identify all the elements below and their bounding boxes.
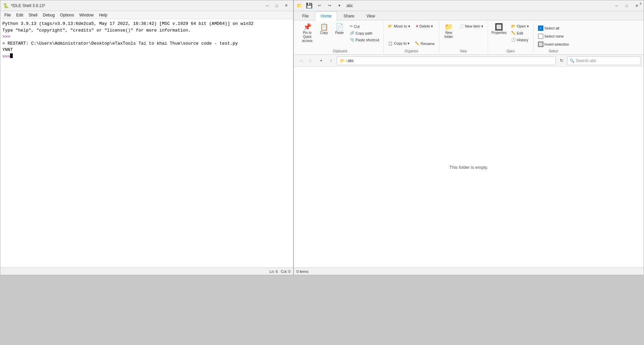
clipboard-group: 📌 Pin to Quickaccess 📋 Copy 📄 Paste [297, 22, 384, 53]
menu-shell[interactable]: Shell [26, 12, 40, 18]
open-button[interactable]: 📂 Open ▾ [509, 23, 531, 30]
menu-window[interactable]: Window [76, 12, 96, 18]
explorer-maximize-btn[interactable]: □ [622, 2, 631, 9]
open-icon: 📂 [511, 24, 516, 29]
quick-access-more-btn[interactable]: ▾ [335, 2, 344, 9]
delete-button[interactable]: ✕ Delete ▾ [413, 23, 436, 30]
tab-share[interactable]: Share [338, 11, 360, 20]
properties-icon: 🔲 [495, 23, 503, 30]
ribbon-tabs: File Home Share View ∧ [294, 11, 644, 20]
new-label: New [441, 49, 486, 53]
explorer-titlebar: 📁 💾 ↩ ↪ ▾ abc ─ □ ✕ [294, 0, 644, 11]
copy-path-button[interactable]: 🔗 Copy path [347, 30, 381, 36]
tab-file[interactable]: File [297, 11, 314, 20]
move-to-icon: 📂 [388, 24, 393, 29]
edit-button[interactable]: ✏️ Edit [509, 30, 531, 36]
move-to-button[interactable]: 📂 Move to ▾ [386, 23, 412, 30]
idle-shell-window: 🐍 *IDLE Shell 3.9.13* ─ □ ✕ File Edit Sh… [0, 0, 293, 275]
output-line-2: Type "help", "copyright", "credits" or "… [2, 27, 291, 34]
quick-access-redo-btn[interactable]: ↪ [325, 2, 334, 9]
clipboard-label: Clipboard [299, 49, 381, 53]
idle-menubar: File Edit Shell Debug Options Window Hel… [0, 11, 293, 19]
organize-group: 📂 Move to ▾ ✕ Delete ▾ 📋 Copy to ▾ ✏️ [384, 22, 439, 53]
copy-button[interactable]: 📋 Copy [317, 22, 331, 37]
ln-col-status: Ln: 6 Col: 0 [270, 269, 290, 274]
menu-options[interactable]: Options [57, 12, 76, 18]
output-line-1: Python 3.9.13 (tags/v3.9.13:6de2ca5, May… [2, 20, 291, 27]
ribbon-collapse-btn[interactable]: ∧ [639, 1, 642, 6]
invert-selection-icon [538, 42, 543, 47]
prompt-line-2: >>> [2, 53, 291, 60]
refresh-button[interactable]: ↻ [557, 57, 566, 65]
properties-button[interactable]: 🔲 Properties [490, 22, 508, 37]
delete-icon: ✕ [416, 24, 419, 29]
cut-button[interactable]: ✂ Cut [347, 23, 381, 30]
idle-shell-content[interactable]: Python 3.9.13 (tags/v3.9.13:6de2ca5, May… [0, 19, 293, 267]
paste-shortcut-button[interactable]: 📎 Paste shortcut [347, 37, 381, 43]
explorer-title: abc [346, 3, 641, 8]
recent-locations-button[interactable]: ▾ [317, 57, 325, 65]
paste-icon: 📄 [335, 23, 344, 30]
close-button[interactable]: ✕ [282, 2, 290, 9]
minimize-button[interactable]: ─ [263, 2, 272, 9]
select-group: ✓ Select all Select none Invert selectio… [534, 22, 574, 53]
search-placeholder: Search abc [576, 58, 596, 63]
cursor [10, 53, 13, 58]
menu-edit[interactable]: Edit [13, 12, 26, 18]
open-group: 🔲 Properties 📂 Open ▾ ✏️ Edit [488, 22, 534, 53]
new-group: 📁 Newfolder 📄 New item ▾ New [439, 22, 488, 53]
output-ynnt: YNNT [2, 47, 291, 53]
new-item-icon: 📄 [459, 24, 464, 29]
paste-shortcut-icon: 📎 [350, 38, 355, 42]
tab-view[interactable]: View [361, 11, 381, 20]
copy-path-icon: 🔗 [350, 31, 355, 35]
new-folder-icon: 📁 [444, 23, 453, 30]
open-label: Open [490, 49, 531, 53]
address-this-pc: 📁 [340, 58, 345, 63]
menu-debug[interactable]: Debug [40, 12, 57, 18]
cut-icon: ✂ [350, 24, 353, 29]
rename-button[interactable]: ✏️ Rename [413, 40, 437, 47]
copy-to-button[interactable]: 📋 Copy to ▾ [386, 40, 412, 47]
empty-folder-message: This folder is empty. [449, 165, 488, 170]
restart-line: = RESTART: C:\Users\Administrator\Deskto… [2, 40, 291, 47]
explorer-toolbar: ◁ ▷ ▾ ↑ 📁 › abc ↻ 🔍 Search abc [294, 55, 644, 67]
select-label: Select [536, 49, 572, 53]
ribbon: File Home Share View ∧ 📌 Pin to Quickacc… [294, 11, 644, 55]
menu-help[interactable]: Help [96, 12, 110, 18]
menu-file[interactable]: File [2, 12, 13, 18]
edit-icon: ✏️ [511, 31, 516, 35]
up-button[interactable]: ↑ [327, 57, 335, 65]
invert-selection-button[interactable]: Invert selection [536, 41, 572, 48]
paste-button[interactable]: 📄 Paste [332, 22, 347, 37]
address-abc: abc [347, 58, 354, 63]
quick-access-undo-btn[interactable]: ↩ [315, 2, 324, 9]
ribbon-content: 📌 Pin to Quickaccess 📋 Copy 📄 Paste [294, 20, 644, 54]
new-item-button[interactable]: 📄 New item ▾ [457, 23, 486, 30]
select-all-button[interactable]: ✓ Select all [536, 24, 572, 32]
copy-to-icon: 📋 [388, 41, 393, 46]
forward-button[interactable]: ▷ [307, 57, 315, 65]
idle-title: *IDLE Shell 3.9.13* [11, 3, 262, 8]
item-count: 0 items [297, 269, 308, 274]
maximize-button[interactable]: □ [272, 2, 281, 9]
idle-titlebar: 🐍 *IDLE Shell 3.9.13* ─ □ ✕ [0, 0, 293, 11]
select-all-icon: ✓ [538, 26, 543, 31]
explorer-minimize-btn[interactable]: ─ [612, 2, 621, 9]
search-box[interactable]: 🔍 Search abc [567, 56, 641, 65]
pin-to-quick-access-button[interactable]: 📌 Pin to Quickaccess [299, 22, 316, 45]
explorer-content-area: This folder is empty. [294, 67, 644, 267]
explorer-title-icon: 📁 [297, 3, 302, 8]
explorer-statusbar: 0 items [294, 267, 644, 275]
tab-home[interactable]: Home [315, 11, 337, 20]
history-button[interactable]: 🕐 History [509, 37, 531, 43]
quick-access-save-btn[interactable]: 💾 [305, 2, 314, 9]
back-button[interactable]: ◁ [297, 57, 305, 65]
idle-statusbar: Ln: 6 Col: 0 [0, 267, 293, 275]
select-none-button[interactable]: Select none [536, 33, 572, 40]
address-bar[interactable]: 📁 › abc [337, 56, 556, 65]
select-none-icon [538, 34, 543, 39]
new-folder-button[interactable]: 📁 Newfolder [441, 22, 456, 41]
prompt-line-1: >>> [2, 34, 291, 40]
history-icon: 🕐 [511, 38, 516, 42]
